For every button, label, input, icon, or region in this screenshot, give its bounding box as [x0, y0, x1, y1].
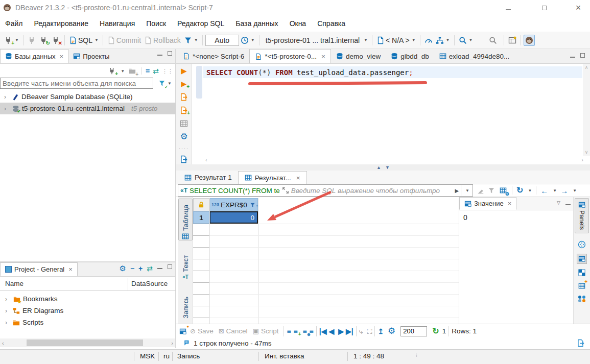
- explain-plan-button[interactable]: [180, 119, 188, 128]
- expand-filter-icon[interactable]: [282, 187, 289, 194]
- dbeaver-perspective-button[interactable]: [524, 35, 535, 46]
- duplicate-row-button[interactable]: ≡⊕: [300, 327, 310, 336]
- sql-statement[interactable]: SELECT COUNT(*) FROM test_upload_data.pa…: [206, 68, 413, 77]
- commit-button[interactable]: Commit: [106, 35, 143, 45]
- editor-horizontal-scrollbar[interactable]: ‹›: [205, 156, 583, 163]
- transaction-history-button[interactable]: ▼: [239, 35, 256, 45]
- menu-help[interactable]: Справка: [317, 19, 345, 28]
- editor-maximize-button[interactable]: [580, 53, 585, 58]
- scroll-left-icon[interactable]: ‹: [2, 340, 4, 346]
- editor-results-splitter[interactable]: ▲ ▼: [176, 164, 590, 171]
- value-panel-menu-icon[interactable]: ▽: [557, 200, 560, 205]
- new-sql-editor-button[interactable]: SQL▼: [67, 35, 100, 45]
- tab-script-6[interactable]: *<none> Script-6: [178, 49, 249, 63]
- execute-script-new-tab-button[interactable]: +: [179, 106, 188, 115]
- project-link-editor-button[interactable]: ⇄: [147, 265, 153, 272]
- open-perspective-button[interactable]: [507, 35, 518, 45]
- network-profile-button[interactable]: ▼: [434, 35, 452, 45]
- panels-tab[interactable]: Panels: [575, 198, 589, 233]
- tab-result-1[interactable]: Результат 1: [178, 171, 238, 184]
- transaction-log-button[interactable]: ▼: [182, 35, 200, 45]
- fetch-all-button[interactable]: ⛶: [367, 328, 372, 335]
- script-button[interactable]: ▣Script: [250, 327, 281, 335]
- menu-sql-editor[interactable]: Редактор SQL: [177, 19, 224, 28]
- filter-objects-dropdown[interactable]: ▼: [168, 81, 172, 86]
- tab-value-close-icon[interactable]: ×: [508, 200, 512, 207]
- expand-chevron-icon[interactable]: ›: [5, 319, 10, 326]
- schema-selector[interactable]: < N/A >▼: [375, 35, 417, 45]
- scrollbar-thumb[interactable]: [27, 339, 143, 346]
- edit-cell-button[interactable]: ≡: [287, 328, 291, 335]
- export-resultset-button[interactable]: [180, 155, 188, 163]
- object-search-input[interactable]: [0, 78, 153, 89]
- window-close-button[interactable]: ×: [567, 0, 590, 15]
- filter-objects-button[interactable]: ✓: [157, 79, 167, 88]
- first-row-button[interactable]: |◀: [319, 328, 327, 335]
- tree-item-sample-database[interactable]: › DBeaver Sample Database (SQLite): [0, 91, 176, 103]
- project-expand-all-button[interactable]: +: [138, 265, 143, 272]
- commit-mode-selector[interactable]: Auto: [205, 35, 239, 46]
- project-settings-gear-icon[interactable]: ⚙: [119, 264, 126, 272]
- tree-item-er-diagrams[interactable]: › ER Diagrams: [0, 305, 176, 317]
- tab-project-general[interactable]: Project - General ×: [0, 262, 78, 276]
- editor-vertical-scrollbar[interactable]: ∧∨: [583, 64, 590, 156]
- project-collapse-all-button[interactable]: −: [130, 265, 134, 272]
- output-log-icon[interactable]: [577, 339, 585, 347]
- menu-navigation[interactable]: Навигация: [100, 19, 135, 28]
- expand-chevron-icon[interactable]: ›: [5, 307, 10, 314]
- menu-window[interactable]: Окна: [290, 19, 306, 28]
- last-row-button[interactable]: ▶|: [346, 328, 353, 335]
- tab-close-icon[interactable]: ×: [321, 53, 325, 60]
- splitter-up-icon[interactable]: ▲: [376, 165, 381, 170]
- nav-back-button[interactable]: ←: [540, 187, 548, 195]
- link-with-editor-button[interactable]: ⇄: [153, 67, 159, 75]
- window-maximize-button[interactable]: [532, 0, 556, 15]
- expand-chevron-icon[interactable]: ›: [4, 93, 9, 101]
- dashboard-button[interactable]: [423, 35, 434, 45]
- editor-minimize-button[interactable]: [570, 53, 575, 58]
- next-row-button[interactable]: ▶: [338, 328, 344, 335]
- tab-result-2-active[interactable]: Результат...×: [238, 171, 307, 184]
- clear-filter-icon[interactable]: [477, 187, 484, 194]
- fetch-size-input[interactable]: [400, 326, 427, 336]
- window-minimize-button[interactable]: [497, 0, 520, 15]
- project-horizontal-scrollbar[interactable]: ‹ ›: [0, 338, 175, 347]
- navigator-new-connection-button[interactable]: +: [107, 66, 116, 76]
- save-filter-icon[interactable]: [488, 187, 495, 194]
- tree-item-t5-prostore[interactable]: › ✔ t5-prostore-01.ru-central1.internal …: [0, 103, 176, 114]
- execute-script-button[interactable]: [180, 93, 188, 101]
- connection-selector[interactable]: t5-prostore-01 ... tral1.internal▼: [262, 35, 369, 45]
- tab-project-close-icon[interactable]: ×: [68, 265, 73, 273]
- project-maximize-button[interactable]: [168, 264, 172, 269]
- menu-file[interactable]: Файл: [5, 19, 22, 28]
- filter-apply-icon[interactable]: ▶: [455, 188, 459, 193]
- tab-demo-view[interactable]: demo_view: [331, 49, 386, 63]
- collapse-all-button[interactable]: =: [146, 67, 150, 75]
- fetch-next-page-button[interactable]: ⤷: [359, 328, 363, 335]
- search-metadata-button[interactable]: ▼: [457, 35, 475, 45]
- tab-projects[interactable]: Проекты: [68, 49, 114, 63]
- metadata-panel-icon[interactable]: [578, 240, 586, 249]
- grid-mode-icon[interactable]: [578, 269, 585, 276]
- execute-new-tab-button[interactable]: ▶+: [179, 79, 188, 88]
- previous-row-button[interactable]: ◀: [328, 328, 334, 335]
- presentation-tab-record[interactable]: Запись: [178, 285, 193, 319]
- project-minimize-button[interactable]: [157, 264, 162, 269]
- menu-database[interactable]: База данных: [235, 19, 278, 28]
- menu-edit[interactable]: Редактирование: [34, 19, 88, 28]
- column-header-name[interactable]: Name: [5, 280, 23, 287]
- tab-value[interactable]: Значение ×: [459, 197, 516, 210]
- save-button[interactable]: ⊘Save: [187, 327, 216, 335]
- column-header-expr0[interactable]: 123 EXPR$0 ↕: [209, 198, 258, 211]
- tree-item-scripts[interactable]: › Scripts: [0, 317, 176, 328]
- column-filter-sort-icon[interactable]: ↕: [249, 202, 256, 208]
- auto-refresh-button[interactable]: ↻: [432, 327, 439, 335]
- selected-cell-expr0[interactable]: 0: [209, 211, 258, 224]
- navigator-minimize-button[interactable]: [157, 51, 162, 56]
- splitter-down-icon[interactable]: ▼: [385, 165, 390, 170]
- expand-chevron-icon[interactable]: ›: [5, 296, 10, 303]
- value-panel-minimize-button[interactable]: [565, 201, 571, 205]
- new-folder-button[interactable]: +: [128, 66, 137, 76]
- navigator-new-connection-dropdown[interactable]: ▼: [121, 69, 125, 74]
- results-settings-gear-icon[interactable]: ⚙: [388, 327, 395, 335]
